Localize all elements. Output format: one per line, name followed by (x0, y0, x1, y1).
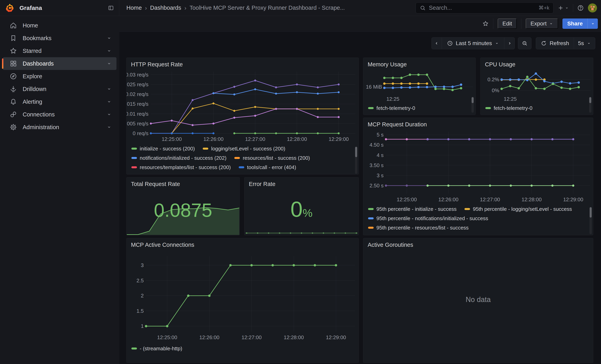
add-new-button[interactable] (558, 5, 569, 11)
breadcrumb-dashboards[interactable]: Dashboards (150, 5, 181, 11)
star-icon (10, 47, 18, 55)
main-content: Edit Export Share Last 5 minutes (119, 0, 601, 364)
svg-text:3.50 s: 3.50 s (370, 162, 384, 168)
svg-text:0.015 req/s: 0.015 req/s (127, 101, 149, 107)
sidebar-item-home[interactable]: Home (3, 19, 116, 32)
legend-item[interactable]: 95th percentile - resources/templates/li… (368, 234, 492, 235)
grafana-logo[interactable] (5, 3, 14, 12)
mcp-active-connections-chart[interactable]: 12:25:0012:26:0012:27:0012:28:0012:29:00… (127, 244, 359, 344)
cpu-usage-chart[interactable]: 12:250.2%0% (481, 67, 593, 103)
star-dashboard-button[interactable] (482, 20, 489, 27)
panel-title: Total Request Rate (127, 177, 240, 187)
sidebar-item-drilldown[interactable]: Drilldown (3, 83, 116, 95)
star-icon (482, 20, 489, 27)
legend-item[interactable]: tools/call - error (404) (239, 164, 296, 170)
legend-swatch (485, 107, 491, 109)
http-legend: initialize - success (200)logging/setLev… (131, 146, 352, 175)
avatar[interactable] (588, 3, 597, 12)
sidebar-item-alerting[interactable]: Alerting (3, 95, 116, 108)
legend-swatch (131, 347, 137, 350)
sidebar-item-label: Dashboards (23, 60, 54, 67)
export-label: Export (531, 20, 547, 27)
sidebar-item-bookmarks[interactable]: Bookmarks (3, 32, 116, 45)
breadcrumb-home[interactable]: Home (126, 5, 142, 11)
chevron-down-icon[interactable] (107, 125, 112, 130)
sidebar-item-label: Explore (23, 73, 42, 80)
svg-text:12:28:00: 12:28:00 (287, 136, 307, 142)
sidebar-item-label: Connections (23, 111, 55, 118)
refresh-interval-picker[interactable]: 5s (574, 37, 595, 49)
legend-item[interactable]: - (streamable-http) (131, 345, 182, 352)
search-icon (420, 5, 426, 11)
legend-scrollbar[interactable] (355, 147, 357, 174)
search-input[interactable]: Search... ⌘+k (416, 2, 553, 13)
panel-title: MCP Request Duration (363, 118, 593, 128)
svg-text:12:29:00: 12:29:00 (563, 197, 583, 202)
chevron-down-icon[interactable] (107, 112, 112, 117)
chevron-left-icon (434, 41, 439, 46)
breadcrumb: Home › Dashboards › ToolHive MCP Server … (126, 5, 345, 11)
http-request-rate-chart[interactable]: 12:25:0012:26:0012:27:0012:28:0012:29:00… (127, 68, 359, 144)
time-shift-back-button[interactable] (431, 37, 442, 49)
sidebar-item-starred[interactable]: Starred (3, 45, 116, 57)
legend-scrollbar[interactable] (589, 97, 591, 113)
legend-swatch (234, 157, 240, 159)
legend-scrollbar[interactable] (590, 207, 592, 234)
time-shift-forward-button[interactable] (504, 37, 515, 49)
legend-item[interactable]: fetch-telemetry-0 (485, 105, 532, 111)
edit-button[interactable]: Edit (498, 19, 517, 29)
legend-item[interactable]: tools/list - success (200) (204, 174, 268, 175)
chevron-down-icon[interactable] (107, 87, 112, 92)
memory-usage-chart[interactable]: 12:2516 MiB (363, 67, 475, 103)
legend-item[interactable]: tools/call - success (200) (131, 174, 197, 175)
legend-label: initialize - success (200) (140, 146, 195, 152)
chevron-down-icon[interactable] (107, 48, 112, 53)
mcp-request-duration-chart[interactable]: 12:25:0012:26:0012:27:0012:28:0012:29:00… (363, 128, 593, 205)
share-button-group: Share (562, 19, 598, 29)
share-menu-button[interactable] (588, 19, 598, 29)
sidebar-item-explore[interactable]: Explore (3, 70, 116, 83)
export-button[interactable]: Export (526, 19, 558, 29)
svg-text:12:29:00: 12:29:00 (329, 136, 349, 142)
svg-text:12:26:00: 12:26:00 (203, 136, 223, 142)
chevron-down-icon[interactable] (107, 99, 112, 104)
legend-item[interactable]: notifications/initialized - success (202… (131, 155, 226, 161)
zoom-out-button[interactable] (518, 37, 531, 49)
legend-item[interactable]: unknown - success (200) (276, 174, 342, 175)
sidebar-item-administration[interactable]: Administration (3, 121, 116, 134)
share-button[interactable]: Share (562, 19, 588, 29)
sidebar-toggle-icon[interactable] (108, 5, 114, 11)
legend-item[interactable]: 95th percentile - resources/list - succe… (368, 225, 469, 231)
sidebar-item-connections[interactable]: Connections (3, 108, 116, 121)
legend-item[interactable]: resources/templates/list - success (200) (131, 164, 231, 170)
panel-mcp-request-duration: MCP Request Duration 12:25:0012:26:0012:… (363, 118, 593, 235)
legend-item[interactable]: 95th percentile - initialize - success (368, 206, 457, 212)
legend-label: tools/call - success (200) (140, 174, 197, 175)
legend-swatch (368, 208, 374, 210)
chevron-down-icon[interactable] (107, 36, 112, 41)
legend-scrollbar[interactable] (471, 97, 474, 113)
clock-icon (447, 40, 453, 46)
legend-item[interactable]: initialize - success (200) (131, 146, 195, 152)
error-rate-number: 0 (290, 197, 303, 221)
legend-item[interactable]: fetch-telemetry-0 (368, 105, 415, 111)
legend-label: tools/call - error (404) (247, 164, 296, 170)
header-actions: Search... ⌘+k (416, 2, 601, 13)
help-button[interactable] (577, 5, 584, 11)
svg-text:12:25:00: 12:25:00 (161, 136, 182, 142)
time-range-picker[interactable]: Last 5 minutes (442, 37, 504, 49)
legend-item[interactable]: logging/setLevel - success (200) (203, 146, 285, 152)
legend-item[interactable]: 95th percentile - notifications/initiali… (368, 215, 488, 222)
brand-name: Grafana (20, 5, 42, 11)
cpu-legend: fetch-telemetry-0 (485, 105, 581, 113)
chevron-down-icon[interactable] (107, 61, 112, 66)
legend-item[interactable]: resources/list - success (200) (234, 155, 310, 161)
sidebar-item-dashboards[interactable]: Dashboards (3, 57, 116, 70)
legend-item[interactable]: 95th percentile - logging/setLevel - suc… (464, 206, 572, 212)
svg-text:4.50 s: 4.50 s (370, 142, 384, 148)
refresh-button[interactable]: Refresh (536, 37, 574, 49)
svg-text:2: 2 (141, 293, 144, 299)
legend-swatch (203, 148, 208, 150)
svg-text:0.02 req/s: 0.02 req/s (127, 91, 149, 97)
svg-text:3 s: 3 s (377, 172, 384, 178)
